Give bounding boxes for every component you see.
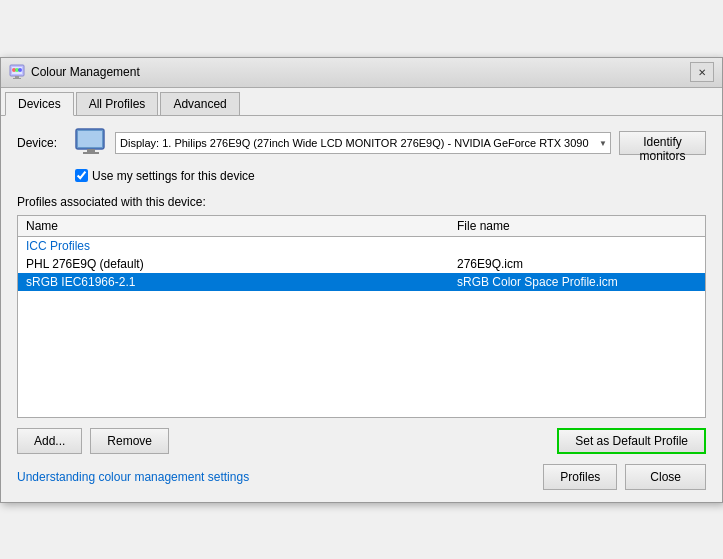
- profiles-list: ICC Profiles PHL 276E9Q (default) 276E9Q…: [18, 237, 705, 417]
- monitor-icon: [75, 128, 107, 159]
- title-bar-text: Colour Management: [31, 65, 690, 79]
- svg-rect-8: [78, 131, 102, 147]
- use-settings-checkbox[interactable]: [75, 169, 88, 182]
- profiles-table: Name File name ICC Profiles PHL 276E9Q (…: [17, 215, 706, 418]
- window-close-button[interactable]: ✕: [690, 62, 714, 82]
- use-settings-label[interactable]: Use my settings for this device: [92, 169, 255, 183]
- help-link[interactable]: Understanding colour management settings: [17, 470, 249, 484]
- svg-rect-5: [15, 76, 19, 78]
- device-row: Device: Display: 1. Philips 276E9Q (27in…: [17, 128, 706, 159]
- profile-filename-srgb: sRGB Color Space Profile.icm: [457, 275, 697, 289]
- close-button[interactable]: Close: [625, 464, 706, 490]
- title-bar: Colour Management ✕: [1, 58, 722, 88]
- icc-profiles-group[interactable]: ICC Profiles: [18, 237, 705, 255]
- column-header-name: Name: [26, 219, 457, 233]
- tab-content: Device: Display: 1. Philips 276E9Q (27in…: [1, 116, 722, 502]
- profile-filename-phl: 276E9Q.icm: [457, 257, 697, 271]
- device-select[interactable]: Display: 1. Philips 276E9Q (27inch Wide …: [115, 132, 611, 154]
- svg-rect-6: [13, 78, 21, 79]
- svg-rect-10: [83, 152, 99, 154]
- use-settings-row: Use my settings for this device: [75, 169, 706, 183]
- remove-button[interactable]: Remove: [90, 428, 169, 454]
- profiles-section-label: Profiles associated with this device:: [17, 195, 706, 209]
- tab-devices[interactable]: Devices: [5, 92, 74, 116]
- column-header-filename: File name: [457, 219, 697, 233]
- profile-name-srgb: sRGB IEC61966-2.1: [26, 275, 457, 289]
- profiles-button[interactable]: Profiles: [543, 464, 617, 490]
- bottom-buttons-row: Add... Remove Set as Default Profile: [17, 428, 706, 454]
- svg-rect-9: [87, 149, 95, 152]
- profile-row-srgb[interactable]: sRGB IEC61966-2.1 sRGB Color Space Profi…: [18, 273, 705, 291]
- profile-name-phl: PHL 276E9Q (default): [26, 257, 457, 271]
- footer-right: Profiles Close: [543, 464, 706, 490]
- device-select-wrapper: Display: 1. Philips 276E9Q (27inch Wide …: [115, 132, 611, 154]
- set-default-profile-button[interactable]: Set as Default Profile: [557, 428, 706, 454]
- tab-advanced[interactable]: Advanced: [160, 92, 239, 115]
- colour-management-window: Colour Management ✕ Devices All Profiles…: [0, 57, 723, 503]
- footer-row: Understanding colour management settings…: [17, 464, 706, 490]
- tab-all-profiles[interactable]: All Profiles: [76, 92, 159, 115]
- add-button[interactable]: Add...: [17, 428, 82, 454]
- identify-monitors-button[interactable]: Identify monitors: [619, 131, 706, 155]
- window-icon: [9, 64, 25, 80]
- device-label: Device:: [17, 136, 67, 150]
- profile-row-phl[interactable]: PHL 276E9Q (default) 276E9Q.icm: [18, 255, 705, 273]
- svg-point-4: [18, 68, 22, 72]
- profiles-table-header: Name File name: [18, 216, 705, 237]
- tabs-bar: Devices All Profiles Advanced: [1, 88, 722, 116]
